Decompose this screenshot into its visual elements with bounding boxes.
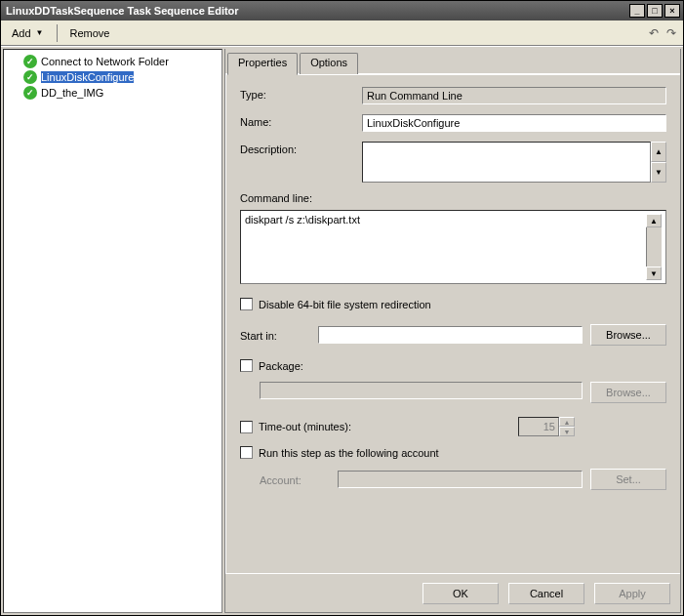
timeout-input [518,417,559,436]
run-as-label[interactable]: Run this step as the following account [259,447,439,459]
tree-item-dd-the-img[interactable]: ✓ DD_the_IMG [6,85,220,101]
spin-down-icon: ▼ [559,427,575,436]
timeout-label[interactable]: Time-out (minutes): [259,421,351,432]
timeout-spinbox: ▲ ▼ [518,417,579,436]
remove-button[interactable]: Remove [63,24,117,42]
tree-item-linuxdiskconfigure[interactable]: ✓ LinuxDiskConfigure [6,69,220,85]
description-input[interactable] [362,142,651,183]
body: ✓ Connect to Network Folder ✓ LinuxDiskC… [1,46,683,615]
minimize-button[interactable]: _ [629,4,645,18]
description-label: Description: [240,142,362,155]
add-label: Add [12,27,31,39]
minimize-icon: _ [634,6,639,16]
disable-redir-label[interactable]: Disable 64-bit file system redirection [259,299,431,310]
scrollbar-track[interactable] [646,227,662,267]
close-button[interactable]: × [664,4,680,18]
name-label: Name: [240,114,362,128]
tree-item-connect-network-folder[interactable]: ✓ Connect to Network Folder [6,54,220,69]
check-icon: ✓ [23,86,37,100]
check-icon: ✓ [23,55,37,68]
remove-label: Remove [70,27,110,39]
tree-pane[interactable]: ✓ Connect to Network Folder ✓ LinuxDiskC… [3,49,222,613]
move-down-icon[interactable]: ↷ [664,25,679,41]
scroll-down-icon[interactable]: ▼ [646,267,662,280]
package-label[interactable]: Package: [259,360,303,372]
titlebar: LinuxDDTaskSequence Task Sequence Editor… [1,1,683,21]
command-line-wrap: diskpart /s z:\diskpart.txt ▲ ▼ [240,210,666,284]
browse-start-in-button[interactable]: Browse... [590,324,666,346]
account-label: Account: [260,472,330,486]
tree-item-label: Connect to Network Folder [41,56,169,67]
description-scrollbar[interactable]: ▲ ▼ [651,142,666,183]
close-icon: × [669,6,674,16]
maximize-button[interactable]: □ [647,4,663,18]
name-input[interactable] [362,114,666,132]
command-line-scrollbar[interactable]: ▲ ▼ [646,214,662,280]
footer: OK Cancel Apply [225,573,680,612]
tab-label: Options [310,57,347,68]
scroll-up-icon[interactable]: ▲ [646,214,662,227]
start-in-input[interactable] [318,326,583,344]
scroll-up-icon[interactable]: ▲ [651,142,666,162]
add-button[interactable]: Add ▼ [5,24,51,42]
tab-properties[interactable]: Properties [227,53,298,75]
move-up-icon[interactable]: ↶ [646,25,662,41]
timeout-updown: ▲ ▼ [559,417,575,436]
spin-up-icon: ▲ [559,417,575,427]
right-pane: Properties Options Type: Run Command Lin… [224,49,681,613]
timeout-checkbox[interactable] [240,421,253,433]
toolbar: Add ▼ Remove ↶ ↷ [1,21,683,46]
maximize-icon: □ [652,6,657,16]
run-as-checkbox[interactable] [240,446,253,459]
command-line-input[interactable]: diskpart /s z:\diskpart.txt [245,214,646,280]
ok-button[interactable]: OK [422,583,499,604]
set-account-button: Set... [590,469,666,490]
package-checkbox[interactable] [240,359,253,372]
titlebar-buttons: _ □ × [627,4,680,18]
tabs: Properties Options [225,53,680,74]
scroll-down-icon[interactable]: ▼ [651,162,666,183]
description-wrap: ▲ ▼ [362,142,666,183]
start-in-label: Start in: [240,328,310,342]
command-line-label: Command line: [240,192,666,204]
account-input [338,471,583,488]
tab-options[interactable]: Options [300,53,358,74]
dropdown-icon: ▼ [36,28,44,37]
apply-button: Apply [594,583,670,604]
properties-panel: Type: Run Command Line Name: Description… [225,74,680,573]
type-field: Run Command Line [362,87,666,104]
check-icon: ✓ [23,70,37,84]
window-title: LinuxDDTaskSequence Task Sequence Editor [4,5,627,17]
tree-item-label: LinuxDiskConfigure [41,71,134,83]
toolbar-separator [57,24,58,42]
cancel-button[interactable]: Cancel [508,583,584,604]
disable-redir-checkbox[interactable] [240,298,253,310]
package-input [260,382,583,399]
window: LinuxDDTaskSequence Task Sequence Editor… [0,0,684,616]
browse-package-button: Browse... [590,382,666,403]
tree-item-label: DD_the_IMG [41,87,103,99]
tab-label: Properties [238,57,287,68]
type-label: Type: [240,87,362,101]
